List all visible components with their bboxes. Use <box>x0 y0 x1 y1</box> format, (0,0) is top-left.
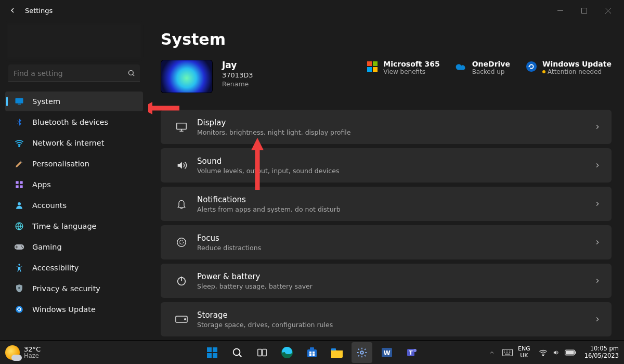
display-icon <box>171 121 192 133</box>
sidebar-item-bluetooth-devices[interactable]: Bluetooth & devices <box>5 112 143 132</box>
device-thumbnail[interactable] <box>161 60 213 93</box>
tray-overflow-button[interactable] <box>487 349 497 356</box>
rename-link[interactable]: Rename <box>222 80 253 88</box>
svg-point-46 <box>542 355 543 356</box>
option-power[interactable]: Power & batterySleep, battery usage, bat… <box>161 264 612 298</box>
taskbar-app-teams[interactable]: T <box>401 342 422 363</box>
widget-title: Windows Update <box>542 60 612 68</box>
taskbar-app-store[interactable] <box>302 342 322 363</box>
taskbar-app-word[interactable]: W <box>376 342 397 363</box>
sidebar-item-network-internet[interactable]: Network & internet <box>5 133 143 153</box>
back-button[interactable] <box>4 2 21 19</box>
taskbar: 32°C Haze <box>0 340 624 364</box>
sidebar-item-windows-update[interactable]: Windows Update <box>5 300 143 319</box>
widget-subtitle: Backed up <box>472 68 510 75</box>
start-button[interactable] <box>202 342 223 363</box>
option-subtitle: Sleep, battery usage, battery saver <box>197 282 594 290</box>
chevron-right-icon <box>594 162 601 169</box>
svg-rect-2 <box>16 98 23 103</box>
svg-point-39 <box>360 351 363 354</box>
sidebar-item-system[interactable]: System <box>5 92 143 111</box>
sidebar-item-apps[interactable]: Apps <box>5 175 143 194</box>
taskbar-app-explorer[interactable] <box>327 342 347 363</box>
option-storage[interactable]: StorageStorage space, drives, configurat… <box>161 302 612 336</box>
apps-icon <box>12 180 26 189</box>
close-button[interactable] <box>596 2 620 19</box>
chevron-right-icon <box>594 200 601 207</box>
svg-rect-38 <box>331 348 336 350</box>
svg-point-28 <box>233 348 240 355</box>
taskbar-center: W T <box>202 342 422 363</box>
language-indicator[interactable]: ENG UK <box>518 346 530 358</box>
svg-rect-7 <box>16 185 18 188</box>
weather-temp: 32°C <box>24 346 41 353</box>
svg-point-13 <box>22 247 23 248</box>
chevron-right-icon <box>594 316 601 323</box>
taskbar-app-settings[interactable] <box>352 342 372 363</box>
taskbar-app-edge[interactable] <box>277 342 297 363</box>
svg-point-20 <box>179 240 183 244</box>
tray-keyboard-icon[interactable] <box>502 349 513 356</box>
option-title: Focus <box>197 233 594 243</box>
sidebar-item-gaming[interactable]: Gaming <box>5 237 143 257</box>
option-subtitle: Volume levels, output, input, sound devi… <box>197 167 594 175</box>
accessibility-icon <box>12 263 26 272</box>
svg-point-15 <box>18 287 20 289</box>
wifi-icon <box>539 349 548 356</box>
option-title: Storage <box>197 310 594 320</box>
sidebar-item-personalisation[interactable]: Personalisation <box>5 154 143 174</box>
svg-point-16 <box>16 306 23 313</box>
svg-rect-25 <box>213 347 217 352</box>
clock[interactable]: 10:05 pm 16/05/2023 <box>584 345 619 359</box>
sidebar-item-label: Bluetooth & devices <box>32 118 108 126</box>
sidebar-item-label: Personalisation <box>32 160 89 168</box>
update-icon <box>12 305 26 314</box>
header-widget-onedrive[interactable]: OneDriveBacked up <box>456 60 510 75</box>
sidebar-item-accounts[interactable]: Accounts <box>5 196 143 215</box>
option-notifications[interactable]: NotificationsAlerts from apps and system… <box>161 187 612 221</box>
option-sound[interactable]: SoundVolume levels, output, input, sound… <box>161 148 612 183</box>
maximize-button[interactable] <box>572 2 596 19</box>
chevron-right-icon <box>594 123 601 131</box>
svg-point-14 <box>18 264 20 265</box>
svg-rect-0 <box>581 8 587 13</box>
sidebar-item-time-language[interactable]: Time & language <box>5 216 143 236</box>
taskbar-search-button[interactable] <box>227 342 248 363</box>
weather-icon <box>5 345 20 360</box>
window-title: Settings <box>25 7 53 15</box>
device-name: Jay <box>222 60 253 70</box>
svg-rect-49 <box>566 350 574 354</box>
svg-point-17 <box>526 61 537 72</box>
sidebar-item-accessibility[interactable]: Accessibility <box>5 258 143 278</box>
option-title: Power & battery <box>197 272 594 281</box>
option-title: Display <box>197 118 594 127</box>
power-icon <box>171 275 192 287</box>
header-widget-winupdate[interactable]: Windows UpdateAttention needed <box>526 60 612 75</box>
svg-rect-6 <box>20 181 22 184</box>
search-box[interactable] <box>8 64 140 82</box>
sidebar-item-label: System <box>32 97 60 106</box>
sidebar-item-label: Windows Update <box>32 305 96 314</box>
svg-rect-36 <box>309 354 311 356</box>
sidebar-item-label: Apps <box>32 180 51 189</box>
weather-widget[interactable]: 32°C Haze <box>5 345 41 360</box>
volume-icon <box>552 349 561 356</box>
sidebar-item-privacy-security[interactable]: Privacy & security <box>5 279 143 298</box>
focus-icon <box>171 237 192 248</box>
option-display[interactable]: DisplayMonitors, brightness, night light… <box>161 110 612 144</box>
widget-title: Microsoft 365 <box>383 60 439 68</box>
svg-rect-37 <box>313 354 315 356</box>
system-tray[interactable] <box>536 347 579 358</box>
brush-icon <box>12 159 26 168</box>
page-title: System <box>161 30 612 48</box>
account-card[interactable] <box>7 23 141 59</box>
svg-point-19 <box>177 238 186 247</box>
svg-rect-48 <box>575 351 576 354</box>
task-view-button[interactable] <box>252 342 272 363</box>
header-widget-m365[interactable]: Microsoft 365View benefits <box>367 60 439 75</box>
minimize-button[interactable] <box>548 2 572 19</box>
option-focus[interactable]: FocusReduce distractions <box>161 225 612 259</box>
search-input[interactable] <box>8 66 122 81</box>
m365-icon <box>367 61 378 72</box>
weather-condition: Haze <box>24 353 41 359</box>
